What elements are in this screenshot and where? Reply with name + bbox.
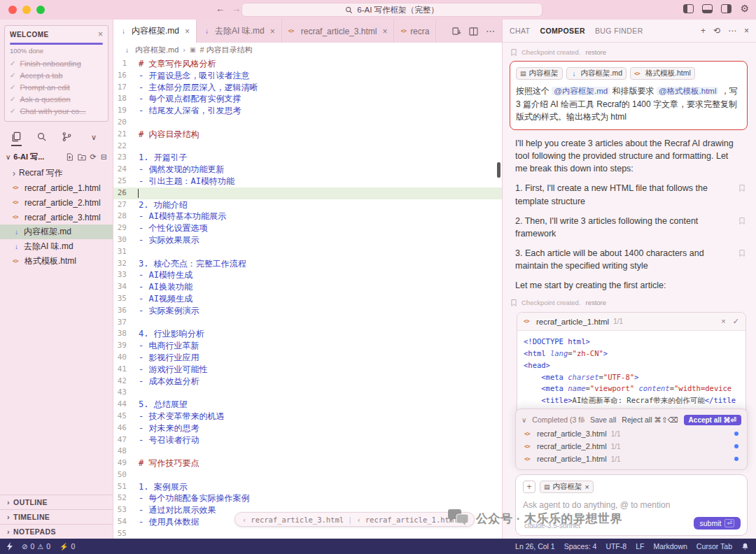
split-editor-icon[interactable] [469,27,478,36]
explorer-file[interactable]: <>recraf_article_1.html [0,180,113,195]
editor-line[interactable]: 43 [113,387,502,399]
gear-icon[interactable]: ⚙ [740,4,749,13]
panel-tab-bug-finder[interactable]: BUG FINDER [595,27,643,35]
cursor-position[interactable]: Ln 26, Col 1 [515,542,555,551]
search-icon[interactable] [36,132,47,142]
editor-line[interactable]: 55 [113,528,502,539]
back-icon[interactable]: ← [216,3,225,14]
explorer-file[interactable]: ›Recraf 写作 [0,166,113,180]
chevron-down-icon[interactable]: ∨ [91,133,97,142]
breadcrumb-section[interactable]: # 内容目录结构 [200,45,253,55]
breadcrumb[interactable]: ↓ 内容框架.md › ▣ # 内容目录结构 [113,43,502,57]
close-icon[interactable]: × [185,27,190,36]
history-icon[interactable]: ⟲ [713,26,720,36]
input-placeholder[interactable]: Ask agent to do anything, @ to mention [523,500,740,510]
recent-files-pill[interactable]: ‹recraf_article_3.html|‹recraf_article_1… [234,512,475,527]
welcome-task[interactable]: ✓Finish onboarding [5,57,108,69]
explorer-header[interactable]: ∨ 6-AI 写... ⟳ ⊟ [0,146,113,164]
welcome-task[interactable]: ✓Chat with your co... [5,105,108,117]
close-icon[interactable]: × [744,26,749,36]
indentation[interactable]: Spaces: 4 [564,542,597,551]
panel-tab-composer[interactable]: COMPOSER [540,27,584,35]
explorer-file[interactable]: ↓去除AI 味.md [0,239,113,254]
editor-line[interactable]: 34- AI换装功能 [113,281,502,293]
editor-line[interactable]: 1# 文章写作风格分析 [113,58,502,70]
new-file-icon[interactable] [66,153,74,161]
mention-chip[interactable]: @内容框架.md [552,87,610,95]
restore-button[interactable]: restore [586,48,607,56]
sidebar-section-timeline[interactable]: ›TIMELINE [0,509,113,524]
editor-line[interactable]: 231. 开篇引子 [113,152,502,164]
editor-line[interactable]: 50 [113,469,502,481]
close-icon[interactable]: × [382,27,387,36]
editor-line[interactable]: 16- 开篇设悬念，吸引读者注意 [113,70,502,82]
minimize-window-button[interactable] [22,6,31,14]
accept-all-button[interactable]: Accept all ⌘⏎ [684,415,741,425]
more-actions-icon[interactable]: ⋯ [486,26,495,36]
close-icon[interactable]: × [270,27,275,36]
language-mode[interactable]: Markdown [653,542,687,551]
editor-tab[interactable]: <>recraf_article_3.html× [282,20,395,43]
editor-line[interactable]: 52- 每个功能配备实际操作案例 [113,492,502,504]
editor-line[interactable]: 20 [113,117,502,129]
editor-line[interactable]: 46- 对未来的思考 [113,422,502,434]
sidebar-section-outline[interactable]: ›OUTLINE [0,495,113,509]
editor-line[interactable]: 30- 实际效果展示 [113,234,502,246]
changed-file[interactable]: <>recraf_article_2.html1/1 [522,440,741,453]
editor-line[interactable]: 511. 案例展示 [113,481,502,493]
more-actions-icon[interactable]: ⋯ [728,26,736,36]
cursor-tab-toggle[interactable]: Cursor Tab [696,542,732,551]
changed-file[interactable]: <>recraf_article_3.html1/1 [522,427,741,440]
editor-line[interactable]: 33- AI模特生成 [113,269,502,281]
explorer-file[interactable]: <>格式模板.html [0,254,113,269]
editor-line[interactable]: 41- 游戏行业可能性 [113,364,502,376]
new-folder-icon[interactable] [78,153,86,161]
editor-line[interactable]: 384. 行业影响分析 [113,328,502,340]
forward-icon[interactable]: → [232,3,241,14]
accept-icon[interactable]: ✓ [733,317,739,326]
editor-line[interactable]: 49# 写作技巧要点 [113,457,502,469]
eol-sequence[interactable]: LF [636,542,644,551]
encoding[interactable]: UTF-8 [606,542,626,551]
mention-chip[interactable]: @格式模板.html [657,87,719,95]
save-all-button[interactable]: Save all [590,416,616,424]
context-chip[interactable]: ▤内容框架 [516,67,563,80]
bell-icon[interactable] [741,543,749,551]
collapse-all-icon[interactable]: ⊟ [101,152,107,162]
editor-line[interactable]: 28- AI模特基本功能展示 [113,211,502,222]
remove-chip-icon[interactable]: × [585,483,589,491]
recent-file[interactable]: recraf_article_1.html [365,516,458,524]
restore-button[interactable]: restore [586,299,607,306]
open-changes-icon[interactable] [452,27,461,36]
reject-icon[interactable]: × [721,317,725,326]
code-block-header[interactable]: <> recraf_article_1.html 1/1 × ✓ [517,313,746,331]
new-chat-icon[interactable]: + [701,26,706,36]
explorer-file[interactable]: <>recraf_article_2.html [0,195,113,210]
editor-content[interactable]: 1# 文章写作风格分析16- 开篇设悬念，吸引读者注意17- 主体部分层层深入，… [113,57,502,539]
editor-line[interactable]: 29- 个性化设置选项 [113,222,502,234]
recent-file[interactable]: recraf_article_3.html [251,516,344,524]
sidebar-section-notepads[interactable]: ›NOTEPADS [0,524,113,539]
editor-line[interactable]: 18- 每个观点都配有实例支撑 [113,93,502,105]
editor-tab[interactable]: ↓去除AI 味.md× [197,20,282,43]
editor-line[interactable]: 36- 实际案例演示 [113,305,502,317]
editor-line[interactable]: 21# 内容目录结构 [113,129,502,141]
bookmark-icon[interactable] [739,183,745,195]
ports-indicator[interactable]: ⚡ 0 [59,542,75,551]
editor-line[interactable]: 31 [113,246,502,258]
explorer-file[interactable]: ↓内容框架.md [0,225,113,239]
editor-tab[interactable]: <>recra [394,20,436,43]
source-control-icon[interactable] [62,132,72,142]
refresh-icon[interactable]: ⟳ [90,152,97,162]
explorer-file[interactable]: <>recraf_article_3.html [0,210,113,225]
changed-file[interactable]: <>recraf_article_1.html1/1 [522,453,741,465]
add-context-icon[interactable]: + [523,481,536,493]
editor-line[interactable]: 26 [113,187,502,199]
editor-line[interactable]: 19- 结尾发人深省，引发思考 [113,105,502,117]
zoom-window-button[interactable] [36,6,45,14]
toggle-secondary-sidebar-icon[interactable] [721,4,732,13]
editor-tab[interactable]: ↓内容框架.md× [113,20,197,43]
close-icon[interactable]: × [98,29,103,39]
editor-line[interactable]: 39- 电商行业革新 [113,340,502,352]
welcome-task[interactable]: ✓Ask a question [5,93,108,105]
